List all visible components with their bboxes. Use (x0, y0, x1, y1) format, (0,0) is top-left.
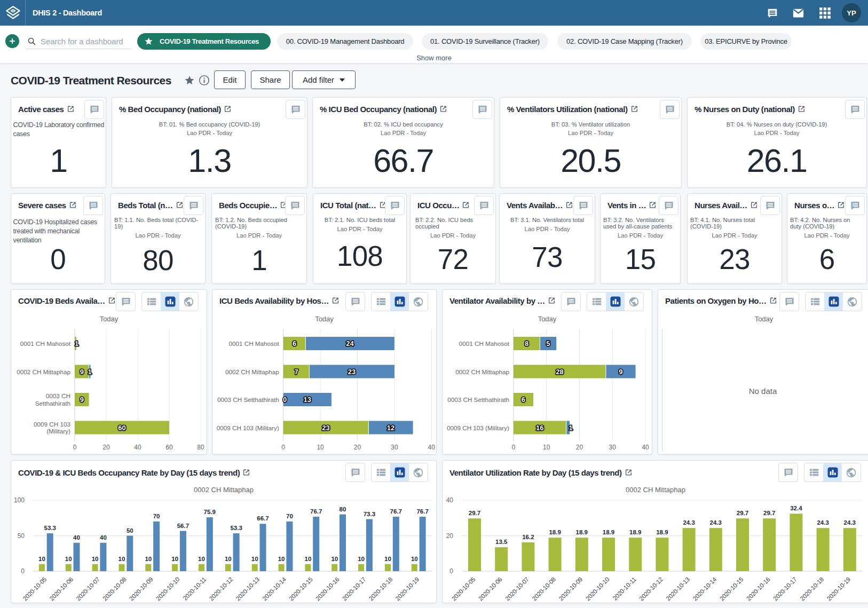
svg-text:2020-10-16: 2020-10-16 (745, 576, 771, 602)
svg-text:2020-10-12: 2020-10-12 (638, 576, 664, 602)
svg-text:2020-10-17: 2020-10-17 (341, 576, 367, 602)
svg-text:30: 30 (609, 444, 617, 451)
svg-text:20: 20 (446, 532, 454, 540)
svg-text:0002 CH Mittaphap: 0002 CH Mittaphap (225, 368, 279, 375)
svg-text:2020-10-09: 2020-10-09 (558, 576, 584, 602)
svg-text:2020-10-08: 2020-10-08 (531, 576, 557, 602)
svg-text:2020-10-13: 2020-10-13 (665, 576, 691, 602)
svg-text:Today: Today (755, 315, 774, 323)
svg-text:10: 10 (317, 444, 324, 451)
svg-text:0002 CH Mittaphap: 0002 CH Mittaphap (17, 368, 70, 375)
svg-text:0: 0 (73, 444, 77, 451)
svg-text:12: 12 (387, 424, 394, 432)
svg-text:0002 CH Mittaphap: 0002 CH Mittaphap (626, 486, 685, 494)
svg-text:13.5: 13.5 (495, 539, 508, 545)
svg-text:2020-10-05: 2020-10-05 (451, 576, 477, 602)
svg-text:2020-10-06: 2020-10-06 (477, 576, 503, 602)
svg-text:(Military): (Military) (46, 428, 70, 435)
svg-text:1: 1 (569, 424, 572, 432)
svg-text:2020-10-11: 2020-10-11 (612, 576, 637, 602)
svg-text:0003 CH Setthathirath: 0003 CH Setthathirath (447, 396, 509, 403)
svg-text:0003 CH Setthathirath: 0003 CH Setthathirath (217, 396, 279, 403)
svg-text:8: 8 (525, 339, 528, 348)
svg-text:76.7: 76.7 (310, 508, 322, 515)
svg-text:60: 60 (165, 444, 173, 451)
svg-text:23: 23 (322, 424, 329, 432)
svg-text:24.3: 24.3 (817, 519, 828, 526)
svg-text:24.3: 24.3 (710, 519, 722, 526)
svg-text:76.7: 76.7 (416, 508, 428, 515)
svg-text:2020-10-10: 2020-10-10 (155, 576, 181, 602)
svg-text:Setthathirath: Setthathirath (35, 400, 70, 407)
svg-text:2020-10-06: 2020-10-06 (49, 576, 75, 602)
svg-text:10: 10 (65, 556, 72, 562)
svg-text:20: 20 (354, 444, 361, 451)
svg-text:50: 50 (18, 532, 25, 540)
svg-text:13: 13 (304, 396, 311, 404)
svg-text:10: 10 (119, 556, 125, 562)
svg-text:23: 23 (348, 368, 356, 376)
svg-text:2020-10-09: 2020-10-09 (128, 576, 154, 602)
svg-text:18.9: 18.9 (576, 529, 588, 535)
svg-text:73.3: 73.3 (364, 511, 375, 517)
svg-text:10: 10 (358, 556, 365, 562)
svg-text:0001 CH Mahosot: 0001 CH Mahosot (228, 340, 279, 347)
svg-text:2020-10-10: 2020-10-10 (585, 576, 611, 602)
svg-text:2020-10-19: 2020-10-19 (826, 576, 852, 602)
svg-text:18.9: 18.9 (629, 529, 641, 535)
svg-text:18.9: 18.9 (656, 529, 668, 535)
svg-text:0009 CH 103 (Military): 0009 CH 103 (Military) (217, 424, 279, 431)
svg-text:9: 9 (80, 396, 84, 404)
svg-text:1: 1 (75, 339, 78, 348)
svg-text:2020-10-07: 2020-10-07 (504, 576, 530, 602)
svg-text:2020-10-15: 2020-10-15 (288, 576, 314, 602)
svg-text:2020-10-05: 2020-10-05 (22, 576, 48, 602)
svg-text:0: 0 (281, 444, 285, 451)
svg-text:24: 24 (346, 339, 354, 348)
svg-text:10: 10 (145, 556, 152, 562)
svg-text:16: 16 (536, 424, 543, 432)
svg-text:0: 0 (21, 567, 25, 575)
svg-text:18.9: 18.9 (603, 529, 614, 535)
svg-text:28: 28 (556, 368, 563, 376)
svg-text:No data: No data (749, 386, 777, 396)
svg-text:0: 0 (283, 396, 287, 404)
svg-text:66.7: 66.7 (257, 515, 269, 522)
svg-text:30: 30 (391, 444, 398, 451)
svg-text:20: 20 (576, 444, 583, 451)
svg-text:40: 40 (446, 496, 454, 504)
svg-text:10: 10 (198, 556, 205, 562)
svg-text:80: 80 (340, 506, 346, 512)
svg-text:2020-10-18: 2020-10-18 (799, 576, 825, 602)
svg-text:32.4: 32.4 (790, 505, 802, 511)
svg-text:10: 10 (225, 556, 232, 562)
svg-text:2020-10-15: 2020-10-15 (719, 576, 745, 602)
svg-text:50: 50 (127, 527, 133, 534)
svg-text:5: 5 (546, 339, 550, 348)
svg-text:20: 20 (102, 444, 110, 451)
svg-text:80: 80 (197, 444, 204, 451)
svg-text:40: 40 (642, 444, 649, 451)
svg-text:24.3: 24.3 (683, 519, 695, 526)
svg-text:2020-10-14: 2020-10-14 (261, 575, 287, 602)
svg-text:29.7: 29.7 (469, 510, 480, 516)
svg-text:2020-10-08: 2020-10-08 (101, 576, 128, 602)
svg-text:0009 CH 103 (Military): 0009 CH 103 (Military) (447, 424, 509, 431)
svg-text:10: 10 (171, 556, 178, 562)
svg-text:10: 10 (305, 556, 312, 562)
svg-text:60: 60 (118, 424, 125, 432)
svg-text:2020-10-12: 2020-10-12 (208, 576, 234, 602)
svg-text:10: 10 (543, 444, 550, 451)
svg-text:0: 0 (512, 444, 516, 451)
svg-text:70: 70 (286, 513, 293, 519)
svg-text:2020-10-07: 2020-10-07 (75, 576, 101, 602)
svg-text:0001 CH Mahosot: 0001 CH Mahosot (459, 340, 510, 347)
svg-text:18.9: 18.9 (549, 529, 561, 535)
svg-text:56.7: 56.7 (177, 523, 189, 529)
svg-text:9: 9 (80, 368, 84, 376)
svg-text:Today: Today (538, 315, 557, 323)
svg-text:40: 40 (428, 444, 436, 451)
svg-text:0001 CH Mahosot: 0001 CH Mahosot (20, 340, 71, 347)
svg-text:40: 40 (100, 534, 107, 541)
svg-text:2020-10-19: 2020-10-19 (394, 576, 421, 602)
